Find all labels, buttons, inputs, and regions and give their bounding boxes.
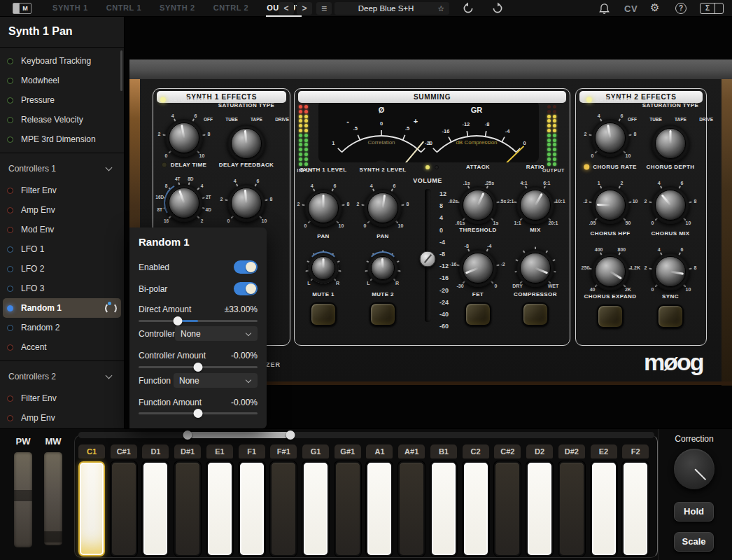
moog-logo-icon[interactable]: M xyxy=(13,3,31,14)
key-f2[interactable] xyxy=(622,461,649,556)
direct-amount-slider[interactable] xyxy=(139,316,258,326)
key-d1[interactable] xyxy=(142,461,169,556)
mod-source-led xyxy=(7,266,13,272)
key-a-1[interactable] xyxy=(398,461,425,556)
page-tabs: SYNTH 1CNTRL 1SYNTH 2CNTRL 2OUTPUT xyxy=(43,0,310,17)
next-preset-button[interactable]: > xyxy=(297,2,312,15)
undo-icon[interactable] xyxy=(462,2,474,15)
sidebar-item-filter-env[interactable]: Filter Env xyxy=(0,388,124,408)
keyboard-scroll-handle-left[interactable] xyxy=(183,430,192,440)
sidebar-title: Synth 1 Pan xyxy=(0,17,124,48)
sidebar-item-mpe-3rd-dimension[interactable]: MPE 3rd Dimension xyxy=(0,130,124,149)
controller-select[interactable]: None xyxy=(175,326,258,341)
scale-button[interactable]: Scale xyxy=(674,532,714,552)
key-c-2[interactable] xyxy=(494,461,521,556)
sidebar-item-amp-env[interactable]: Amp Env xyxy=(0,200,124,220)
sync-button[interactable] xyxy=(657,304,684,328)
sum-view-icon[interactable]: Σ xyxy=(700,3,724,14)
section-header-controllers-1[interactable]: Controllers 1 xyxy=(0,157,124,181)
keyboard-scroll-range[interactable] xyxy=(188,432,290,438)
chorus-expand-button[interactable] xyxy=(597,304,624,328)
key-label-d-1: D#1 xyxy=(174,444,201,458)
function-amount-value: -0.00% xyxy=(231,398,258,407)
random-1-popup: Random 1 Enabled Bi-polar Direct Amount … xyxy=(129,227,267,428)
function-select[interactable]: None xyxy=(174,373,258,388)
key-label-e1: E1 xyxy=(206,444,233,458)
help-icon[interactable]: ? xyxy=(675,3,687,14)
favorite-star-icon[interactable]: ☆ xyxy=(437,4,444,13)
sidebar-item-filter-env[interactable]: Filter Env xyxy=(0,181,124,200)
tab-synth-1[interactable]: SYNTH 1 xyxy=(43,0,97,17)
prev-preset-button[interactable]: < xyxy=(279,2,294,15)
key-d2[interactable] xyxy=(526,461,553,556)
key-label-d-2: D#2 xyxy=(558,444,585,458)
key-d-1[interactable] xyxy=(174,461,201,556)
sidebar-scrollbar[interactable] xyxy=(120,50,122,91)
controller-amount-label: Controller Amount xyxy=(139,351,206,360)
key-label-f-1: F#1 xyxy=(270,444,297,458)
key-c-1[interactable] xyxy=(111,461,137,556)
gear-icon[interactable]: ⚙ xyxy=(650,1,659,14)
key-e1[interactable] xyxy=(206,461,233,556)
key-b1[interactable] xyxy=(430,461,457,556)
keyboard-scroll-track[interactable] xyxy=(78,432,654,438)
sidebar-item-modwheel[interactable]: Modwheel xyxy=(0,71,124,90)
compressor-button[interactable] xyxy=(522,302,549,326)
sidebar-item-lfo-3[interactable]: LFO 3 xyxy=(0,279,124,298)
divider xyxy=(0,153,124,153)
preset-menu-icon[interactable]: ≡ xyxy=(316,2,332,15)
mute-1-button[interactable] xyxy=(310,302,337,326)
sidebar-item-random-2[interactable]: Random 2 xyxy=(0,318,124,337)
key-c1[interactable] xyxy=(78,461,105,556)
key-d-2[interactable] xyxy=(558,461,585,556)
correction-label: Correction xyxy=(675,434,713,444)
sidebar-item-mod-env[interactable]: Mod Env xyxy=(0,220,124,239)
sidebar-item-pressure[interactable]: Pressure xyxy=(0,90,124,110)
notifications-bell-icon[interactable] xyxy=(598,3,610,15)
redo-icon[interactable] xyxy=(491,2,504,15)
slider-thumb[interactable] xyxy=(194,409,203,418)
sidebar-item-keyboard-tracking[interactable]: Keyboard Tracking xyxy=(0,51,124,71)
hold-button[interactable]: Hold xyxy=(674,502,714,522)
mod-wheel[interactable] xyxy=(44,452,62,545)
tab-synth-2[interactable]: SYNTH 2 xyxy=(150,0,204,17)
sidebar-item-random-1[interactable]: Random 1 xyxy=(3,298,121,318)
mod-wheel-label: MW xyxy=(43,436,63,447)
key-e2[interactable] xyxy=(591,461,617,556)
preset-selector[interactable]: Deep Blue S+H ☆ xyxy=(335,2,449,15)
enabled-toggle[interactable] xyxy=(234,260,258,274)
mod-source-led xyxy=(7,227,13,233)
mod-source-led xyxy=(7,58,13,64)
pitch-wheel[interactable] xyxy=(14,452,32,547)
key-c2[interactable] xyxy=(463,461,489,556)
key-g-1[interactable] xyxy=(335,461,361,556)
popup-title: Random 1 xyxy=(139,236,190,248)
slider-thumb[interactable] xyxy=(174,316,183,326)
section-header-controllers-2[interactable]: Controllers 2 xyxy=(0,365,124,388)
key-f-1[interactable] xyxy=(270,461,297,556)
key-a1[interactable] xyxy=(366,461,393,556)
tab-cntrl-2[interactable]: CNTRL 2 xyxy=(204,0,258,17)
sidebar-item-accent[interactable]: Accent xyxy=(0,337,124,357)
sidebar-item-lfo-2[interactable]: LFO 2 xyxy=(0,259,124,279)
bipolar-toggle[interactable] xyxy=(234,282,258,295)
key-f1[interactable] xyxy=(239,461,265,556)
sidebar-item-release-velocity[interactable]: Release Velocity xyxy=(0,110,124,130)
keyboard-scroll-handle-right[interactable] xyxy=(286,430,295,440)
key-g1[interactable] xyxy=(302,461,329,556)
cv-settings-icon[interactable]: CV xyxy=(624,4,638,14)
fet-button[interactable] xyxy=(465,302,491,326)
preset-name: Deep Blue S+H xyxy=(335,4,437,13)
moog-plugin-window: M SYNTH 1CNTRL 1SYNTH 2CNTRL 2OUTPUT < >… xyxy=(0,0,732,560)
sidebar-item-lfo-1[interactable]: LFO 1 xyxy=(0,239,124,259)
controller-amount-slider[interactable] xyxy=(139,362,258,372)
led-indicator xyxy=(586,97,592,102)
correction-knob[interactable] xyxy=(674,449,715,489)
mod-source-led xyxy=(7,344,13,351)
slider-thumb[interactable] xyxy=(194,363,203,372)
direct-amount-label: Direct Amount xyxy=(139,304,191,314)
tab-cntrl-1[interactable]: CNTRL 1 xyxy=(97,0,150,17)
function-amount-slider[interactable] xyxy=(139,408,258,418)
sidebar-item-amp-env[interactable]: Amp Env xyxy=(0,408,124,428)
mute-2-button[interactable] xyxy=(369,302,396,326)
